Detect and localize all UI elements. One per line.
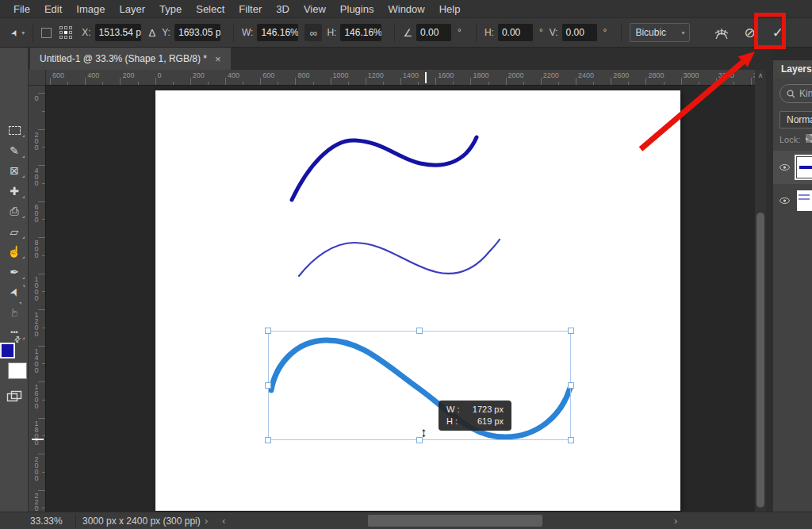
height-scale-input[interactable]: 146.16%: [340, 24, 381, 41]
degree-symbol: °: [458, 27, 462, 38]
wavy-line-1: [292, 137, 477, 200]
transform-handle-middle-right[interactable]: [568, 382, 574, 389]
close-tab-icon[interactable]: ×: [215, 53, 221, 65]
menu-image[interactable]: Image: [69, 3, 112, 15]
ruler-origin-corner[interactable]: [29, 70, 46, 86]
thumbnail-shape-preview: [799, 198, 810, 200]
interpolation-value: Bicubic: [635, 27, 666, 38]
screen-mode-icon[interactable]: [6, 390, 22, 403]
document-viewport[interactable]: W : 1723 px H : 619 px ↕: [46, 86, 755, 512]
scroll-up-icon[interactable]: ∧: [755, 71, 766, 79]
transform-bounding-box[interactable]: [268, 331, 571, 440]
move-tool-icon: ➤: [9, 27, 21, 38]
degree-symbol: °: [603, 27, 607, 38]
status-bar: 33.33% 3000 px x 2400 px (300 ppi) › ‹ ›: [0, 512, 812, 529]
vertical-ruler[interactable]: 0200400600800100012001400160018002000220…: [29, 86, 46, 512]
rotation-input[interactable]: 0.00: [416, 24, 451, 41]
degree-symbol: °: [539, 27, 543, 38]
divider: [33, 23, 33, 42]
transform-handle-bottom-left[interactable]: [265, 437, 271, 443]
layers-panel: Layers Kind Normal Lock:: [773, 48, 812, 529]
menu-type[interactable]: Type: [152, 3, 189, 15]
maintain-aspect-ratio-icon[interactable]: ∞: [304, 24, 322, 41]
height-label: H:: [327, 27, 336, 38]
lock-transparent-pixels-icon[interactable]: [806, 134, 812, 143]
annotation-highlight-box: [754, 13, 786, 49]
blend-mode-dropdown[interactable]: Normal: [779, 111, 812, 128]
edit-toolbar-icon[interactable]: •••: [0, 323, 29, 342]
horizontal-scrollbar-thumb[interactable]: [368, 515, 542, 527]
thumbnail-shape-preview: [799, 166, 812, 169]
layers-panel-tab[interactable]: Layers: [773, 60, 812, 78]
smudge-tool-icon[interactable]: ☝: [0, 242, 29, 261]
transform-handle-top-center[interactable]: [416, 328, 423, 334]
horizontal-skew-input[interactable]: 0.00: [498, 24, 533, 41]
tool-preset-button[interactable]: ➤ ▾: [11, 28, 25, 38]
menu-help[interactable]: Help: [432, 3, 468, 15]
status-options-chevron[interactable]: ›: [205, 515, 208, 527]
menu-select[interactable]: Select: [189, 3, 232, 15]
transform-handle-top-right[interactable]: [568, 328, 574, 334]
layer-thumbnail-selected[interactable]: [797, 157, 812, 178]
background-color-swatch[interactable]: [8, 362, 27, 379]
layer-visibility-eye-icon[interactable]: [779, 163, 790, 171]
layer-visibility-eye-icon[interactable]: [779, 197, 790, 205]
eraser-tool-icon[interactable]: ▱: [0, 222, 29, 241]
menu-filter[interactable]: Filter: [232, 3, 269, 15]
interpolation-dropdown[interactable]: Bicubic ▾: [630, 23, 690, 42]
document-dimensions-text: 3000 px x 2400 px (300 ppi): [82, 516, 201, 527]
relative-positioning-icon[interactable]: Δ: [149, 27, 156, 39]
menu-file[interactable]: File: [6, 3, 37, 15]
scroll-right-icon[interactable]: ›: [674, 515, 677, 527]
menu-view[interactable]: View: [297, 3, 333, 15]
lock-label: Lock:: [779, 135, 800, 144]
vertical-skew-input[interactable]: 0.00: [562, 24, 597, 41]
divider: [476, 23, 477, 42]
spot-healing-brush-tool-icon[interactable]: ✚: [0, 182, 29, 201]
toggle-reference-point-checkbox[interactable]: [41, 28, 52, 38]
vertical-scrollbar-thumb[interactable]: [756, 213, 764, 508]
x-label: X:: [82, 27, 90, 38]
vertical-resize-cursor-icon: ↕: [420, 425, 427, 441]
horizontal-skew-label: H:: [485, 27, 494, 38]
transform-handle-top-left[interactable]: [265, 328, 271, 334]
warp-mode-toggle-icon[interactable]: [714, 25, 730, 40]
rectangular-marquee-tool-icon[interactable]: [0, 121, 29, 140]
menu-window[interactable]: Window: [381, 3, 431, 15]
y-position-input[interactable]: 1693.05 px: [174, 24, 220, 41]
clone-stamp-tool-icon[interactable]: ⎙: [0, 201, 29, 220]
tooltip-width-value: 1723 px: [464, 404, 504, 416]
horizontal-ruler[interactable]: 6004002000200400600800100012001400160018…: [46, 70, 755, 86]
reference-point-locator[interactable]: [59, 26, 72, 39]
menu-edit[interactable]: Edit: [37, 3, 69, 15]
x-position-input[interactable]: 1513.54 px: [95, 24, 141, 41]
layer-filter-kind-label: Kind: [799, 88, 812, 99]
panel-gap: [773, 48, 812, 60]
divider: [233, 23, 234, 42]
tools-panel: ⇄ ✎⊠✚⎙▱☝✒➤☞•••: [0, 48, 29, 512]
lasso-tool-icon[interactable]: ✎: [0, 141, 29, 160]
search-icon: [787, 90, 795, 98]
zoom-level-field[interactable]: 33.33%: [30, 516, 63, 527]
document-tab[interactable]: Untitled-1 @ 33.3% (Shape 1, RGB/8) * ×: [30, 48, 231, 70]
menu-bar: File Edit Image Layer Type Select Filter…: [0, 0, 812, 17]
thumbnail-shape-preview: [799, 194, 810, 196]
tooltip-width-label: W :: [446, 404, 464, 416]
layers-tab-row: Layers: [773, 60, 812, 78]
layer-row-shape[interactable]: [773, 151, 812, 184]
vertical-scrollbar[interactable]: ∧: [755, 70, 766, 512]
width-scale-input[interactable]: 146.16%: [257, 24, 298, 41]
menu-layer[interactable]: Layer: [113, 3, 153, 15]
transform-handle-bottom-right[interactable]: [568, 437, 574, 443]
rotate-angle-icon: ∠: [403, 27, 412, 39]
menu-plugins[interactable]: Plugins: [333, 3, 381, 15]
scroll-left-icon[interactable]: ‹: [222, 515, 225, 527]
layer-row-background[interactable]: [773, 184, 812, 217]
layer-thumbnail[interactable]: [797, 190, 812, 211]
layer-filter-search[interactable]: Kind: [779, 84, 812, 103]
menu-3d[interactable]: 3D: [269, 3, 297, 15]
slice-tool-icon[interactable]: ⊠: [0, 161, 29, 180]
transform-handle-middle-left[interactable]: [265, 382, 271, 389]
foreground-color-swatch[interactable]: [0, 343, 15, 358]
canvas[interactable]: W : 1723 px H : 619 px ↕: [155, 90, 680, 511]
